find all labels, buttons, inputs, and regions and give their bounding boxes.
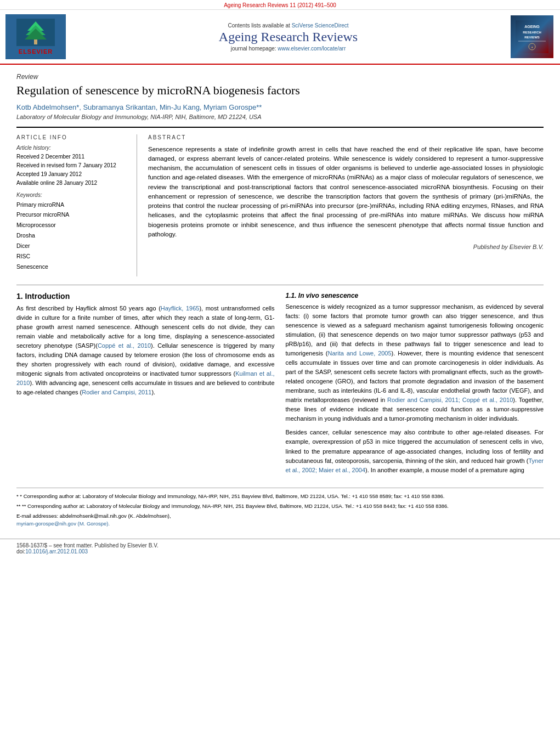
available-date: Available online 28 January 2012 [16,179,128,188]
footnote-1: * * Corresponding author at: Laboratory … [16,493,544,500]
published-by: Published by Elsevier B.V. [148,244,544,250]
abstract-column: ABSTRACT Senescence represents a state o… [148,134,544,276]
journal-citation: Ageing Research Reviews 11 (2012) 491–50… [224,2,336,8]
body-two-col: 1. Introduction As first described by Ha… [16,292,544,479]
footnote-2: ** ** Corresponding author at: Laborator… [16,502,544,510]
article-info-abstract: ARTICLE INFO Article history: Received 2… [16,127,544,276]
homepage-url[interactable]: www.elsevier.com/locate/arr [278,46,346,52]
keyword-7: Senescence [16,262,128,272]
body-left-col: 1. Introduction As first described by Ha… [16,292,275,479]
affiliation: Laboratory of Molecular Biology and Immu… [16,114,544,120]
abstract-text: Senescence represents a state of indefin… [148,145,544,240]
section-label: Review [16,73,544,81]
keywords-section: Keywords: Primary microRNA Precursor mic… [16,192,128,272]
footnote-email: E-mail addresses: abdelmohsenk@mail.nih.… [16,512,544,528]
footnote-star2: ** [16,503,22,509]
authors: Kotb Abdelmohsen*, Subramanya Srikantan,… [16,103,544,111]
section1-para1: As first described by Hayflick almost 50… [16,304,275,397]
footnotes: * * Corresponding author at: Laboratory … [16,488,544,528]
article-info-header: ARTICLE INFO [16,134,128,140]
footnote-text2: ** Corresponding author at: Laboratory o… [22,503,449,509]
keywords-label: Keywords: [16,192,128,198]
journal-main-title: Ageing Research Reviews [71,30,505,44]
contents-text: Contents lists available at [228,22,290,29]
doi-link[interactable]: 10.1016/j.arr.2012.01.003 [25,548,88,555]
body-right-col: 1.1. In vivo senescence Senescence is wi… [286,292,544,479]
journal-title-area: Contents lists available at SciVerse Sci… [71,22,505,52]
main-content: Review Regulation of senescence by micro… [0,65,560,539]
article-history: Article history: Received 2 December 201… [16,145,128,188]
homepage-label: journal homepage: [231,46,276,52]
svg-text:REVIEWS: REVIEWS [524,36,540,39]
keyword-2: Precursor microRNA [16,210,128,220]
issn-text: 1568-1637/$ – see front matter. Publishe… [16,542,159,548]
top-bar: Ageing Research Reviews 11 (2012) 491–50… [0,0,560,9]
kuilman-link[interactable]: Kuilman et al., 2010 [16,370,275,386]
narita-lowe-link[interactable]: Narita and Lowe, 2005 [328,350,392,357]
svg-text:AGEING: AGEING [524,25,540,29]
doi-label: doi: [16,548,25,555]
section1-1-title: 1.1. In vivo senescence [286,292,544,299]
header-content: ELSEVIER Contents lists available at Sci… [0,9,560,64]
ageing-logo-svg: AGEING RESEARCH REVIEWS ★ [516,20,548,53]
keyword-1: Primary microRNA [16,200,128,210]
sciverse-link[interactable]: SciVerse ScienceDirect [292,22,349,29]
keyword-5: Dicer [16,241,128,251]
keyword-3: Microprocessor [16,220,128,230]
journal-header: Ageing Research Reviews 11 (2012) 491–50… [0,0,560,65]
coppe-link[interactable]: Coppé et al., 2010 [98,342,151,349]
footnote-email2: myriam-gorospe@nih.gov (M. Gorospe). [16,521,110,527]
page: Ageing Research Reviews 11 (2012) 491–50… [0,0,560,741]
history-label: Article history: [16,145,128,151]
footnote-email-text: E-mail addresses: abdelmohsenk@mail.nih.… [16,513,171,519]
section1-1-number: 1.1. [286,292,297,299]
section1-title: 1. Introduction [16,292,275,301]
contents-line: Contents lists available at SciVerse Sci… [71,22,505,29]
keyword-4: Drosha [16,230,128,241]
abstract-header: ABSTRACT [148,134,544,140]
bottom-bar: 1568-1637/$ – see front matter. Publishe… [0,539,560,558]
received-revised-date: Received in revised form 7 January 2012 [16,161,128,170]
svg-text:RESEARCH: RESEARCH [523,31,541,34]
homepage-line: journal homepage: www.elsevier.com/locat… [71,46,505,52]
section1-1-heading: In vivo senescence [298,292,358,299]
section-divider [16,285,544,285]
keywords-list: Primary microRNA Precursor microRNA Micr… [16,200,128,272]
section1-1-para1: Senescence is widely recognized as a tum… [286,302,544,424]
elsevier-label: ELSEVIER [8,48,64,55]
ageing-research-logo: AGEING RESEARCH REVIEWS ★ [511,15,555,58]
footnote-text1: * Corresponding author at: Laboratory of… [20,493,444,499]
elsevier-logo: ELSEVIER [5,14,66,59]
hayflick-link[interactable]: Hayflick, 1965 [161,305,200,312]
ageing-logo-box: AGEING RESEARCH REVIEWS ★ [511,15,553,58]
section1-number: 1. [16,292,23,301]
rodier-campisi-link[interactable]: Rodier and Campisi, 2011; Coppé et al., … [387,397,513,403]
elsevier-tree-logo: ELSEVIER [5,14,66,59]
tyner-link[interactable]: Tyner et al., 2002; Maier et al., 2004 [286,457,544,473]
keyword-6: RISC [16,251,128,262]
accepted-date: Accepted 19 January 2012 [16,170,128,179]
rodier-link[interactable]: Rodier and Campisi, 2011 [82,389,151,395]
article-title: Regulation of senescence by microRNA bio… [16,83,544,99]
elsevier-tree-svg [16,19,55,46]
received-date: Received 2 December 2011 [16,152,128,161]
section1-heading: Introduction [25,292,70,301]
section1-1-para2: Besides cancer, cellular senescence may … [286,428,544,474]
article-info-column: ARTICLE INFO Article history: Received 2… [16,134,137,276]
